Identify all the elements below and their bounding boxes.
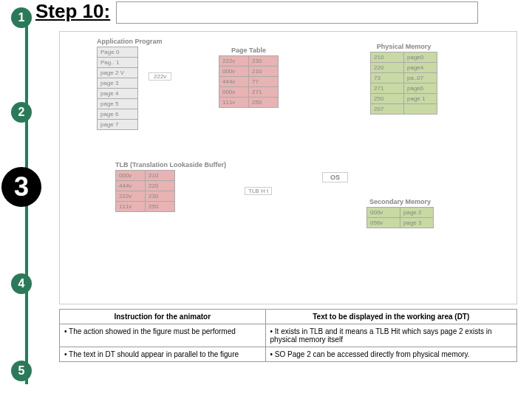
table-cell: 220	[146, 181, 175, 191]
table-cell: 207	[371, 104, 404, 115]
table-cell: 250	[249, 98, 279, 108]
table-cell: page0	[404, 52, 437, 63]
step-2-label: 2	[18, 106, 25, 119]
table-cell: 210	[249, 66, 279, 77]
table-cell: 210	[146, 171, 175, 181]
table-cell: page 3	[400, 218, 434, 228]
step-3-active: 3	[1, 167, 41, 207]
page-title: Step 10:	[35, 0, 110, 23]
table-cell: Page 0	[98, 47, 138, 58]
table-cell: 210	[371, 52, 404, 63]
table-cell: 271	[371, 83, 404, 94]
table-cell: page 7	[98, 120, 138, 130]
instr-header-2: Text to be displayed in the working area…	[265, 310, 516, 324]
tlb-hit-label: TLB H t	[245, 187, 272, 195]
label-222v: 222v	[149, 72, 171, 81]
table-cell: Pag.. 1	[98, 58, 138, 68]
tlb-block: TLB (Translation Lookaside Buffer) 000v2…	[115, 161, 226, 212]
table-cell: page 5	[98, 99, 138, 109]
table-cell: 444v	[116, 181, 146, 191]
tlb-table: 000v210 444v220 222v230 111v250	[115, 170, 175, 212]
page-table-title: Page Table	[219, 47, 279, 54]
table-cell: 250	[371, 94, 404, 104]
instr-r1c2: • It exists in TLB and it means a TLB Hi…	[265, 324, 516, 347]
step-1: 1	[11, 7, 32, 28]
table-cell: pa..07	[404, 73, 437, 83]
step-5: 5	[11, 361, 32, 381]
physical-memory-table: 210page0 220page4 73pa..07 271page6 250p…	[370, 52, 437, 115]
table-cell: 000v	[367, 208, 400, 218]
timeline: 1 2 3 4 5	[11, 7, 41, 381]
page-table-block: Page Table 222v230 000v210 444v77 000v27…	[219, 47, 279, 108]
physical-memory-block: Physical Memory 210page0 220page4 73pa..…	[370, 43, 437, 115]
table-cell: 000v	[219, 87, 249, 98]
table-cell: 222v	[219, 56, 249, 66]
table-cell: 230	[146, 191, 175, 202]
header-box	[116, 1, 478, 24]
step-4-label: 4	[18, 277, 25, 290]
step-4: 4	[11, 273, 32, 294]
table-cell: page 1	[404, 94, 437, 104]
app-program-title: Application Program	[97, 38, 163, 45]
physical-memory-title: Physical Memory	[370, 43, 437, 50]
diagram-area: Application Program Page 0 Pag.. 1 page …	[59, 31, 517, 304]
table-cell: 000v	[219, 66, 249, 77]
app-program-block: Application Program Page 0 Pag.. 1 page …	[97, 38, 163, 130]
instr-r2c1: • The text in DT should appear in parall…	[60, 347, 266, 362]
table-cell: 222v	[116, 191, 146, 202]
table-cell: page4	[404, 63, 437, 73]
table-cell: 230	[249, 56, 279, 66]
tlb-title: TLB (Translation Lookaside Buffer)	[115, 161, 226, 168]
instr-header-1: Instruction for the animator	[60, 310, 266, 324]
secondary-memory-table: 000vpage 2 056vpage 3	[366, 207, 434, 228]
table-cell: 250	[146, 202, 175, 212]
page-table: 222v230 000v210 444v77 000v271 111v250	[219, 55, 279, 108]
table-cell	[404, 104, 437, 115]
table-cell: page 6	[98, 109, 138, 120]
header: Step 10:	[35, 0, 478, 24]
table-cell: page 2	[400, 208, 434, 218]
instr-r2c2: • SO Page 2 can be accessed directly fro…	[265, 347, 516, 362]
app-program-table: Page 0 Pag.. 1 page 2 V page 3 page 4 pa…	[97, 47, 138, 130]
table-cell: 220	[371, 63, 404, 73]
table-cell: 444v	[219, 77, 249, 87]
secondary-memory-block: Secondary Memory 000vpage 2 056vpage 3	[366, 198, 434, 228]
step-3-label: 3	[14, 171, 29, 202]
step-5-label: 5	[18, 364, 25, 378]
table-cell: 271	[249, 87, 279, 98]
table-cell: page6	[404, 83, 437, 94]
instr-r1c1: • The action showed in the figure must b…	[60, 324, 266, 347]
secondary-memory-title: Secondary Memory	[366, 198, 434, 205]
table-cell: 056v	[367, 218, 400, 228]
table-cell: page 2 V	[98, 68, 138, 78]
table-cell: page 3	[98, 78, 138, 89]
step-2: 2	[11, 102, 32, 123]
step-1-label: 1	[18, 11, 25, 24]
table-cell: 77	[249, 77, 279, 87]
table-cell: 111v	[219, 98, 249, 108]
table-cell: 000v	[116, 171, 146, 181]
os-label: OS	[322, 172, 348, 183]
instruction-table: Instruction for the animator Text to be …	[59, 309, 517, 362]
table-cell: 111v	[116, 202, 146, 212]
table-cell: 73	[371, 73, 404, 83]
table-cell: page 4	[98, 89, 138, 99]
